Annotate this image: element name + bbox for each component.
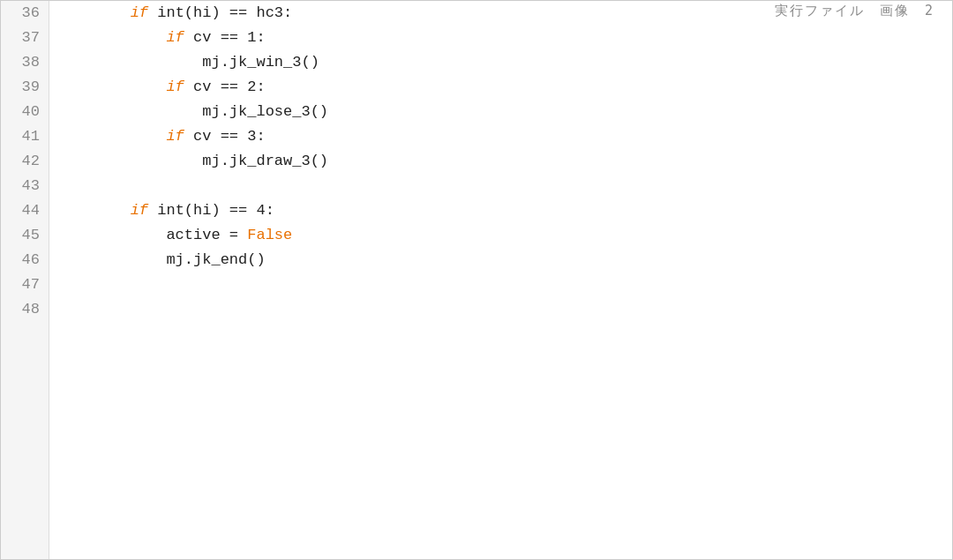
code-token: int(hi) == 4: bbox=[148, 199, 274, 222]
code-token: if bbox=[131, 2, 148, 25]
code-editor: 36373839404142434445464748 実行ファイル 画像 2 i… bbox=[0, 0, 953, 560]
code-token: cv == 3: bbox=[184, 125, 266, 148]
line-number: 39 bbox=[1, 75, 49, 100]
code-token: cv == 1: bbox=[184, 26, 266, 49]
line-number: 43 bbox=[1, 174, 49, 198]
code-token bbox=[58, 2, 131, 25]
code-token bbox=[58, 125, 166, 148]
code-line: mj.jk_win_3() bbox=[58, 50, 952, 75]
code-area[interactable]: 実行ファイル 画像 2 if int(hi) == hc3: if cv == … bbox=[49, 1, 952, 559]
line-numbers: 36373839404142434445464748 bbox=[1, 1, 49, 559]
code-token: mj.jk_end() bbox=[58, 249, 266, 272]
code-line bbox=[58, 297, 952, 322]
code-line: mj.jk_lose_3() bbox=[58, 100, 952, 124]
code-token: active = bbox=[58, 224, 247, 247]
code-line: if cv == 2: bbox=[58, 75, 952, 100]
line-number: 42 bbox=[1, 149, 49, 174]
code-token bbox=[58, 199, 131, 222]
line-number: 38 bbox=[1, 50, 49, 75]
code-line: if cv == 3: bbox=[58, 124, 952, 149]
code-token: mj.jk_win_3() bbox=[58, 51, 319, 74]
code-token: int(hi) == hc3: bbox=[148, 2, 292, 25]
code-line bbox=[58, 174, 952, 198]
line-number: 44 bbox=[1, 198, 49, 223]
code-token bbox=[58, 76, 166, 99]
code-line: active = False bbox=[58, 223, 952, 248]
code-line: if int(hi) == 4: bbox=[58, 198, 952, 223]
line-number: 37 bbox=[1, 26, 49, 50]
line-number: 45 bbox=[1, 223, 49, 248]
code-token: False bbox=[247, 224, 292, 247]
code-token: if bbox=[166, 76, 184, 99]
code-token: if bbox=[166, 26, 184, 49]
line-number: 41 bbox=[1, 124, 49, 149]
header-comment: 実行ファイル 画像 2 bbox=[775, 3, 934, 19]
code-token: cv == 2: bbox=[184, 76, 266, 99]
code-line: if cv == 1: bbox=[58, 26, 952, 50]
code-token: mj.jk_lose_3() bbox=[58, 101, 328, 123]
code-line bbox=[58, 273, 952, 297]
code-token: if bbox=[166, 125, 184, 148]
code-token: mj.jk_draw_3() bbox=[58, 150, 328, 173]
code-token bbox=[58, 26, 166, 49]
code-lines: if int(hi) == hc3: if cv == 1: mj.jk_win… bbox=[58, 1, 952, 322]
code-line: mj.jk_draw_3() bbox=[58, 149, 952, 174]
line-number: 40 bbox=[1, 100, 49, 124]
line-number: 47 bbox=[1, 273, 49, 297]
line-number: 36 bbox=[1, 1, 49, 26]
code-token: if bbox=[131, 199, 148, 222]
code-line: mj.jk_end() bbox=[58, 248, 952, 273]
line-number: 48 bbox=[1, 297, 49, 322]
line-number: 46 bbox=[1, 248, 49, 273]
